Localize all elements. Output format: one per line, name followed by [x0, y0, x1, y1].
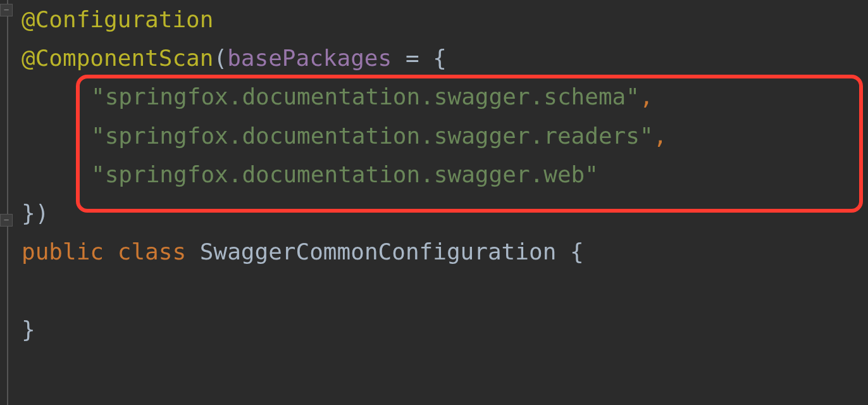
brace-close: } [22, 200, 35, 226]
gutter-line [7, 0, 8, 405]
code-line: } [22, 310, 868, 349]
code-line: }) [22, 194, 868, 232]
code-line: @Configuration [22, 0, 868, 39]
string-pkg2: "springfox.documentation.swagger.readers… [91, 123, 654, 149]
param-basepackages: basePackages [227, 45, 392, 71]
comma: , [640, 84, 654, 109]
fold-marker-collapse-icon[interactable]: − [0, 214, 13, 227]
brace-close: } [22, 316, 35, 342]
code-line: @ComponentScan(basePackages = { [22, 39, 868, 77]
code-line: "springfox.documentation.swagger.schema"… [22, 77, 868, 116]
keyword-class: class [118, 239, 186, 265]
code-editor[interactable]: @Configuration @ComponentScan(basePackag… [0, 0, 868, 349]
string-pkg3: "springfox.documentation.swagger.web" [91, 161, 598, 187]
string-pkg1: "springfox.documentation.swagger.schema" [91, 84, 640, 109]
brace-open: { [570, 239, 584, 265]
editor-gutter: − − [0, 0, 15, 405]
annotation-componentscan: @ComponentScan [22, 45, 213, 71]
code-line: "springfox.documentation.swagger.readers… [22, 116, 868, 155]
keyword-public: public [22, 239, 104, 265]
code-line [22, 271, 868, 309]
paren-close: ) [35, 200, 49, 226]
code-line: public class SwaggerCommonConfiguration … [22, 232, 868, 271]
annotation-configuration: @Configuration [22, 6, 213, 32]
brace-open: { [433, 45, 447, 71]
paren-open: ( [213, 45, 227, 71]
fold-marker-collapse-icon[interactable]: − [0, 4, 13, 16]
equals-sign: = [392, 45, 433, 71]
code-line: "springfox.documentation.swagger.web" [22, 155, 868, 194]
class-name: SwaggerCommonConfiguration [200, 239, 557, 265]
comma: , [654, 123, 667, 149]
